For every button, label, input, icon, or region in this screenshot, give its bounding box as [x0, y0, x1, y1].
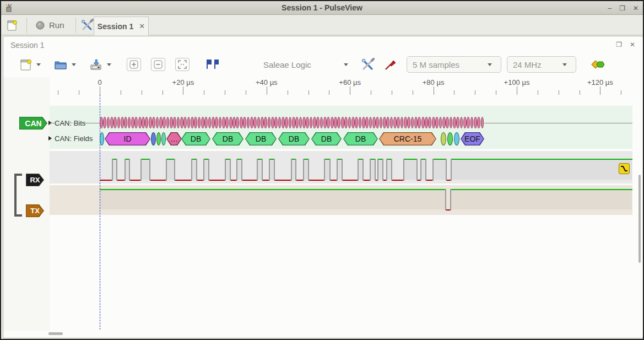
new-dropdown-arrow[interactable] [36, 63, 41, 66]
settings-button[interactable] [79, 18, 95, 33]
can-field-annotation[interactable]: DB [181, 132, 210, 145]
wave-edge [269, 159, 270, 181]
device-select[interactable]: Saleae Logic [263, 60, 351, 69]
fields-row-expander[interactable] [48, 136, 52, 141]
can-bit [138, 117, 142, 128]
minimize-button[interactable]: – [608, 4, 611, 12]
wave-edge [225, 159, 226, 181]
vertical-scrollbar-thumb[interactable] [638, 175, 641, 263]
can-bit [446, 117, 449, 128]
can-field-annotation[interactable]: DB [311, 132, 342, 145]
channels-button[interactable] [359, 56, 376, 73]
can-bit [386, 117, 389, 128]
can-bit [212, 117, 215, 128]
sample-rate-label: 24 MHz [513, 60, 542, 69]
open-folder-icon [54, 58, 67, 71]
dock-close-button[interactable]: ✕ [630, 41, 635, 48]
can-bit [313, 117, 316, 128]
sample-count-select[interactable]: 5 M samples [407, 56, 501, 73]
sample-count-label: 5 M samples [413, 60, 459, 69]
ruler-tick [100, 87, 100, 95]
can-field-annotation[interactable]: DB [245, 132, 277, 145]
wave-edge [425, 159, 426, 181]
can-bit [240, 117, 243, 128]
can-bit [344, 117, 348, 128]
maximize-button[interactable]: ❐ [619, 4, 625, 12]
can-field-annotation[interactable]: DB [212, 132, 243, 145]
run-state-icon [36, 21, 45, 30]
can-bit [362, 117, 365, 128]
can-bits-row-label[interactable]: CAN: Bits [55, 119, 85, 127]
falling-edge-icon [620, 165, 628, 172]
wave-edge [324, 159, 325, 181]
main-toolbar: Run Session 1 ✕ [1, 15, 643, 35]
can-field-annotation[interactable]: DB [278, 132, 310, 145]
save-button[interactable] [88, 57, 104, 72]
wave-low-segment [392, 180, 404, 181]
can-field-label: DB [246, 133, 275, 144]
can-field-annotation[interactable]: CRC-15 [379, 132, 436, 145]
wave-pulse-fill [451, 190, 632, 209]
can-field-annotation[interactable]: DB [343, 132, 378, 145]
wave-edge [203, 159, 204, 181]
can-field-annotation[interactable] [441, 132, 446, 145]
can-field-annotation[interactable] [151, 132, 156, 145]
can-field-annotation[interactable]: EOF [461, 132, 484, 145]
can-field-annotation[interactable] [454, 132, 459, 145]
wave-pulse-fill [338, 160, 342, 180]
wave-edge [382, 159, 383, 181]
ruler-label: +80 µs [423, 78, 445, 87]
horizontal-scrollbar-thumb[interactable] [48, 332, 63, 335]
trigger-time-cursor[interactable] [100, 95, 100, 330]
can-field-annotation[interactable] [100, 132, 104, 145]
wave-pulse-fill [304, 160, 308, 180]
ruler-tick [392, 90, 392, 95]
can-bit [110, 117, 113, 128]
ruler-tick [600, 87, 600, 95]
can-bit [149, 117, 152, 128]
wrench-screwdriver-icon [80, 19, 94, 32]
wave-edge [116, 159, 117, 181]
open-button[interactable] [53, 57, 68, 72]
close-button[interactable]: ✕ [633, 4, 638, 12]
wave-edge [291, 159, 292, 181]
can-field-annotation[interactable]: ID [105, 132, 150, 145]
tab-session-1[interactable]: Session 1 ✕ [94, 17, 149, 35]
can-decoder-tag[interactable]: CAN [19, 117, 47, 129]
save-dropdown-arrow[interactable] [107, 63, 111, 66]
zoom-out-button[interactable] [151, 58, 165, 71]
trigger-flags-button[interactable] [204, 58, 220, 71]
can-bit [439, 117, 442, 128]
can-bit [264, 117, 267, 128]
trigger-marker-badge[interactable] [619, 163, 630, 174]
device-label: Saleae Logic [263, 60, 311, 69]
can-bit [152, 117, 155, 128]
wave-edge [420, 159, 421, 181]
can-field-annotation[interactable] [161, 132, 166, 145]
tab-label: Session 1 [98, 22, 133, 31]
wave-edge [230, 159, 231, 181]
sample-rate-select[interactable]: 24 MHz [507, 56, 576, 73]
wave-edge [196, 159, 197, 181]
zoom-in-button[interactable] [127, 58, 141, 71]
run-button[interactable]: Run [30, 18, 70, 32]
can-field-annotation[interactable] [156, 132, 161, 145]
wave-edge [451, 159, 452, 181]
dock-float-button[interactable]: ❐ [616, 41, 622, 48]
zoom-fit-button[interactable] [175, 58, 190, 71]
wave-edge [342, 159, 343, 181]
new-session-button[interactable] [6, 18, 19, 33]
wave-edge [303, 159, 304, 181]
ruler-label: 0 [98, 78, 101, 87]
ruler-tick [309, 90, 309, 95]
can-fields-row-label[interactable]: CAN: Fields [55, 134, 93, 143]
new-session-button-2[interactable] [19, 57, 33, 72]
probe-button[interactable] [382, 56, 399, 73]
can-field-annotation[interactable] [447, 132, 453, 145]
can-bit [282, 117, 285, 128]
ruler-tick [413, 90, 413, 95]
tab-close-icon[interactable]: ✕ [139, 22, 145, 30]
dock-title: Session 1 [10, 41, 44, 50]
open-dropdown-arrow[interactable] [72, 63, 76, 66]
add-decoder-button[interactable] [589, 58, 607, 71]
